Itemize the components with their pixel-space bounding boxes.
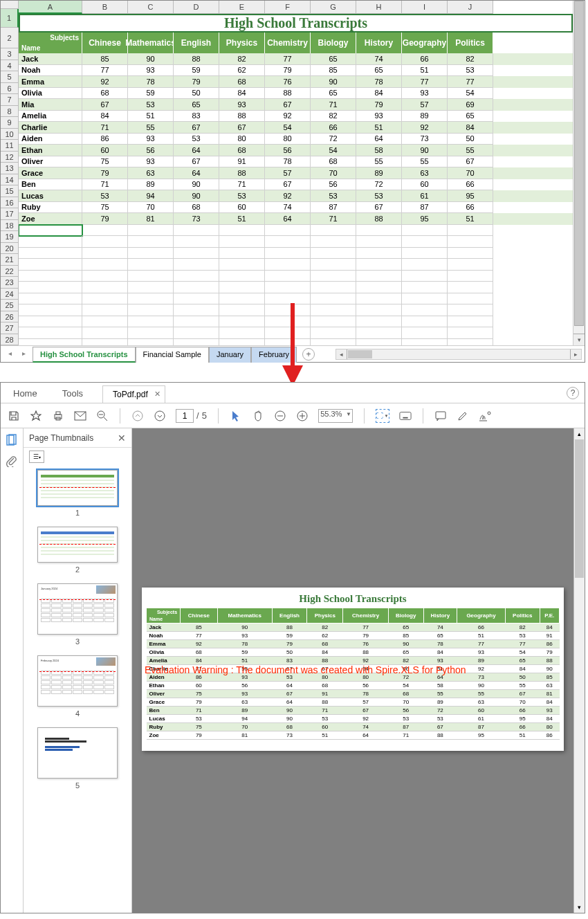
cell-value[interactable]: 69 (448, 99, 493, 111)
cell-value[interactable]: 63 (128, 167, 174, 179)
cell-value[interactable]: 92 (265, 111, 311, 122)
pdf-vscroll-thumb[interactable] (575, 439, 584, 578)
attachments-icon[interactable] (6, 455, 18, 467)
row-header-9[interactable]: 9 (1, 117, 19, 129)
cell-value[interactable]: 59 (128, 88, 174, 100)
cell-value[interactable]: 91 (219, 156, 265, 168)
cell-value[interactable]: 93 (356, 111, 402, 122)
cell-value[interactable]: 93 (128, 65, 174, 77)
vertical-scrollbar[interactable]: ▾ (573, 1, 585, 345)
row-header-7[interactable]: 7 (1, 94, 19, 106)
cell-value[interactable]: 67 (174, 156, 219, 168)
select-all-corner[interactable] (1, 1, 19, 9)
column-header-I[interactable]: I (402, 1, 448, 14)
horizontal-scrollbar[interactable]: ◂ ▸ (336, 349, 582, 360)
cell-value[interactable]: 68 (219, 145, 265, 156)
comment-icon[interactable] (434, 410, 447, 422)
cell-value[interactable]: 93 (219, 99, 265, 111)
column-header-C[interactable]: C (128, 1, 174, 14)
cell-value[interactable]: 53 (448, 65, 493, 77)
cell-value[interactable]: 60 (219, 202, 265, 214)
tools-tab[interactable]: Tools (50, 384, 95, 403)
hand-icon[interactable] (252, 410, 264, 422)
file-tab[interactable]: ToPdf.pdf ✕ (102, 385, 165, 403)
cell-value[interactable]: 80 (265, 134, 311, 145)
row-header-6[interactable]: 6 (1, 83, 19, 95)
pdf-page-view[interactable]: High School Transcripts SubjectsNameChin… (132, 428, 585, 913)
cell-name[interactable]: Emma (19, 76, 82, 88)
cell-name[interactable]: Charlie (19, 122, 82, 134)
zoom-plus-icon[interactable] (296, 410, 309, 422)
thumbnails-list[interactable]: 12January 20243February 20244———————5 (24, 466, 131, 913)
cell-name[interactable]: Ben (19, 179, 82, 191)
column-header-J[interactable]: J (448, 1, 493, 14)
thumbnail-4[interactable]: February 20244 (24, 655, 131, 718)
cell-value[interactable]: 94 (128, 190, 174, 202)
row-header-15[interactable]: 15 (1, 185, 19, 197)
close-thumbnails-icon[interactable]: ✕ (118, 433, 126, 444)
cell-value[interactable]: 56 (128, 145, 174, 156)
cell-value[interactable]: 88 (356, 213, 402, 225)
thumbnail-2[interactable]: 2 (24, 527, 131, 574)
cell-value[interactable]: 85 (82, 53, 128, 65)
cell-value[interactable]: 57 (265, 167, 311, 179)
cell-value[interactable]: 76 (265, 76, 311, 88)
page-number-input[interactable] (176, 409, 194, 423)
cell-value[interactable]: 61 (402, 190, 448, 202)
cell-value[interactable]: 71 (82, 179, 128, 191)
row-header-8[interactable]: 8 (1, 106, 19, 118)
cell-name[interactable]: Aiden (19, 134, 82, 145)
print-icon[interactable] (52, 410, 64, 422)
row-header-1[interactable]: 1 (1, 9, 19, 28)
cell-value[interactable]: 70 (128, 202, 174, 214)
cell-value[interactable]: 51 (128, 111, 174, 122)
cell-value[interactable]: 92 (402, 122, 448, 134)
cell-value[interactable]: 80 (219, 134, 265, 145)
cell-value[interactable]: 63 (402, 167, 448, 179)
sheet-nav-first[interactable]: ◂ (5, 349, 15, 359)
column-header-A[interactable]: A (19, 1, 82, 14)
cell-value[interactable]: 82 (311, 111, 356, 122)
row-header-21[interactable]: 21 (1, 254, 19, 266)
zoom-out-icon[interactable] (96, 410, 109, 422)
cell-value[interactable]: 53 (356, 190, 402, 202)
row-header-27[interactable]: 27 (1, 322, 19, 334)
cell-name[interactable]: Noah (19, 65, 82, 77)
cell-value[interactable]: 65 (448, 111, 493, 122)
cell-name[interactable]: Olivia (19, 88, 82, 100)
cell-value[interactable]: 53 (219, 190, 265, 202)
cell-value[interactable]: 79 (174, 76, 219, 88)
cell-value[interactable]: 56 (311, 179, 356, 191)
cell-value[interactable]: 85 (311, 65, 356, 77)
cell-value[interactable]: 55 (128, 122, 174, 134)
cell-value[interactable]: 77 (265, 53, 311, 65)
pdf-vscroll-up[interactable]: ▴ (574, 428, 585, 439)
cell-value[interactable]: 78 (265, 156, 311, 168)
cell-value[interactable]: 57 (402, 99, 448, 111)
cell-value[interactable]: 65 (311, 53, 356, 65)
cell-value[interactable]: 66 (402, 53, 448, 65)
cell-value[interactable]: 65 (356, 65, 402, 77)
thumbnails-options[interactable]: ☰▾ (29, 451, 44, 463)
cell-value[interactable]: 67 (265, 99, 311, 111)
cell-value[interactable]: 56 (265, 145, 311, 156)
sign-icon[interactable] (479, 410, 491, 422)
cell-value[interactable]: 84 (219, 88, 265, 100)
cell-value[interactable]: 71 (311, 213, 356, 225)
cell-value[interactable]: 51 (219, 213, 265, 225)
cell-value[interactable]: 92 (82, 76, 128, 88)
row-header-18[interactable]: 18 (1, 220, 19, 232)
row-header-4[interactable]: 4 (1, 60, 19, 72)
cell-value[interactable]: 71 (82, 122, 128, 134)
cell-value[interactable]: 65 (311, 88, 356, 100)
cell-value[interactable]: 90 (402, 145, 448, 156)
sheet-nav-prev[interactable]: ▸ (19, 349, 28, 359)
cell-value[interactable]: 64 (174, 167, 219, 179)
vscroll-down-btn[interactable]: ▾ (573, 334, 585, 345)
cell-value[interactable]: 87 (311, 202, 356, 214)
zoom-minus-icon[interactable] (274, 410, 286, 422)
cell-value[interactable]: 86 (82, 134, 128, 145)
column-header-E[interactable]: E (219, 1, 265, 14)
cell-value[interactable]: 79 (356, 99, 402, 111)
cell-value[interactable]: 67 (82, 99, 128, 111)
